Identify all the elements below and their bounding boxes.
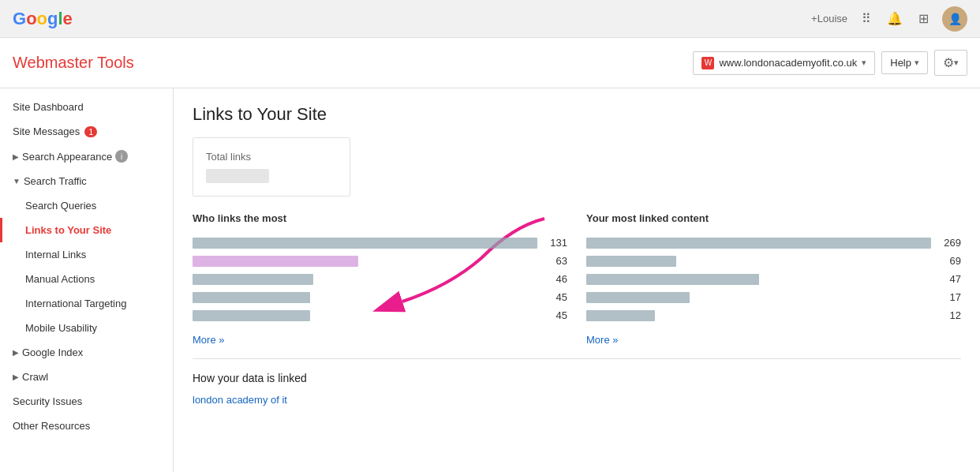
sidebar-item-manual-actions[interactable]: Manual Actions bbox=[0, 267, 173, 291]
site-selector-arrow: ▾ bbox=[862, 58, 866, 68]
page-title: Links to Your Site bbox=[193, 104, 961, 125]
left-bar-container-3 bbox=[193, 274, 537, 285]
right-count-2: 69 bbox=[937, 255, 961, 267]
right-bar-container-2 bbox=[586, 256, 931, 267]
app-bar-right: W www.londonacademyofit.co.uk ▾ Help ▾ ⚙… bbox=[693, 50, 967, 76]
right-count-4: 17 bbox=[937, 291, 961, 303]
left-count-3: 46 bbox=[544, 273, 567, 285]
sidebar-label-google-index: Google Index bbox=[22, 347, 83, 358]
gear-button[interactable]: ⚙ ▾ bbox=[934, 50, 967, 76]
site-name: www.londonacademyofit.co.uk bbox=[719, 57, 857, 69]
left-count-1: 131 bbox=[544, 237, 567, 249]
help-label: Help bbox=[890, 57, 911, 69]
sidebar-item-search-queries[interactable]: Search Queries bbox=[0, 193, 173, 218]
left-bar-3 bbox=[193, 274, 313, 285]
left-count-2: 63 bbox=[544, 255, 567, 267]
right-bar-container-3 bbox=[586, 274, 931, 285]
sidebar-label-links-to-site: Links to Your Site bbox=[25, 224, 111, 236]
google-logo[interactable]: Google bbox=[13, 9, 73, 29]
sidebar-label-search-appearance: Search Appearance bbox=[22, 151, 112, 163]
left-row-3: 46 bbox=[193, 273, 567, 285]
sidebar-item-other-resources[interactable]: Other Resources bbox=[0, 414, 173, 438]
left-count-4: 45 bbox=[544, 291, 567, 303]
total-links-label: Total links bbox=[206, 151, 337, 163]
bell-icon[interactable]: 🔔 bbox=[885, 9, 904, 28]
user-name[interactable]: +Louise bbox=[811, 13, 847, 24]
logo-o1: o bbox=[26, 9, 36, 28]
sidebar-label-site-dashboard: Site Dashboard bbox=[13, 101, 84, 113]
total-links-card: Total links bbox=[193, 137, 350, 197]
sidebar-label-international-targeting: International Targeting bbox=[25, 298, 126, 309]
logo-e: e bbox=[63, 9, 73, 28]
left-bar-2 bbox=[193, 256, 358, 267]
right-count-3: 47 bbox=[937, 273, 961, 285]
crawl-expand-icon: ▶ bbox=[13, 373, 19, 381]
sidebar-item-crawl[interactable]: ▶ Crawl bbox=[0, 365, 173, 389]
main-content: Links to Your Site Total links Who links… bbox=[174, 88, 980, 472]
right-row-1: 269 bbox=[586, 237, 961, 249]
sidebar-item-search-appearance[interactable]: ▶ Search Appearance i bbox=[0, 144, 173, 169]
site-selector[interactable]: W www.londonacademyofit.co.uk ▾ bbox=[693, 51, 875, 75]
left-row-2: 63 bbox=[193, 255, 567, 267]
right-bar-5 bbox=[586, 310, 655, 321]
search-appearance-info-icon[interactable]: i bbox=[115, 150, 128, 163]
left-bar-4 bbox=[193, 292, 310, 303]
most-linked-header: Your most linked content bbox=[586, 212, 961, 227]
google-top-bar: Google +Louise ⠿ 🔔 ⊞ 👤 bbox=[0, 0, 980, 38]
sidebar-label-manual-actions: Manual Actions bbox=[25, 273, 95, 285]
app-title[interactable]: Webmaster Tools bbox=[13, 54, 693, 72]
linked-text-highlight: it bbox=[282, 394, 287, 406]
left-bar-5 bbox=[193, 310, 310, 321]
left-row-1: 131 bbox=[193, 237, 567, 249]
help-button[interactable]: Help ▾ bbox=[881, 51, 928, 74]
right-bar-3 bbox=[586, 274, 759, 285]
who-links-header: Who links the most bbox=[193, 212, 567, 227]
logo-g2: g bbox=[47, 9, 58, 28]
left-bar-container-5 bbox=[193, 310, 537, 321]
linked-text-main: london academy of bbox=[193, 394, 279, 406]
sidebar-label-crawl: Crawl bbox=[22, 371, 48, 383]
how-data-linked-title: How your data is linked bbox=[193, 372, 961, 384]
search-traffic-expand-icon: ▼ bbox=[13, 177, 21, 185]
right-bar-container-4 bbox=[586, 292, 931, 303]
sidebar-label-security-issues: Security Issues bbox=[13, 395, 82, 407]
most-linked-section: Your most linked content 269 69 bbox=[586, 212, 961, 346]
sidebar-item-search-traffic[interactable]: ▼ Search Traffic bbox=[0, 169, 173, 193]
right-row-3: 47 bbox=[586, 273, 961, 285]
grid-icon[interactable]: ⠿ bbox=[857, 9, 876, 28]
logo-o2: o bbox=[37, 9, 47, 28]
sidebar-label-internal-links: Internal Links bbox=[25, 249, 86, 260]
who-links-section: Who links the most 131 63 bbox=[193, 212, 567, 346]
sidebar-item-mobile-usability[interactable]: Mobile Usability bbox=[0, 316, 173, 340]
left-bar-container-2 bbox=[193, 256, 537, 267]
left-bar-1 bbox=[193, 238, 537, 249]
right-more-link[interactable]: More » bbox=[586, 334, 618, 346]
sidebar-item-security-issues[interactable]: Security Issues bbox=[0, 389, 173, 414]
site-messages-badge: 1 bbox=[84, 126, 97, 137]
sidebar-item-internal-links[interactable]: Internal Links bbox=[0, 242, 173, 267]
sidebar-item-links-to-site[interactable]: Links to Your Site bbox=[0, 218, 173, 242]
app-bar: Webmaster Tools W www.londonacademyofit.… bbox=[0, 38, 980, 88]
logo-g: G bbox=[13, 9, 26, 28]
sidebar-item-international-targeting[interactable]: International Targeting bbox=[0, 291, 173, 316]
avatar[interactable]: 👤 bbox=[942, 6, 967, 32]
linked-text: london academy of it bbox=[193, 394, 961, 406]
sidebar-label-other-resources: Other Resources bbox=[13, 420, 90, 432]
left-bar-container-1 bbox=[193, 238, 537, 249]
plus-square-icon[interactable]: ⊞ bbox=[914, 9, 933, 28]
help-arrow: ▾ bbox=[915, 58, 919, 68]
total-links-value bbox=[206, 169, 269, 183]
gear-icon: ⚙ bbox=[943, 55, 954, 70]
right-bar-1 bbox=[586, 238, 931, 249]
left-bar-container-4 bbox=[193, 292, 537, 303]
gear-arrow: ▾ bbox=[954, 58, 959, 68]
left-more-link[interactable]: More » bbox=[193, 334, 224, 346]
right-row-4: 17 bbox=[586, 291, 961, 303]
sidebar-item-google-index[interactable]: ▶ Google Index bbox=[0, 340, 173, 365]
right-count-1: 269 bbox=[937, 237, 961, 249]
sidebar-item-site-dashboard[interactable]: Site Dashboard bbox=[0, 95, 173, 119]
sidebar-item-site-messages[interactable]: Site Messages 1 bbox=[0, 119, 173, 144]
sidebar-label-search-traffic: Search Traffic bbox=[24, 175, 87, 187]
sidebar-label-mobile-usability: Mobile Usability bbox=[25, 322, 97, 334]
section-divider bbox=[193, 358, 961, 359]
